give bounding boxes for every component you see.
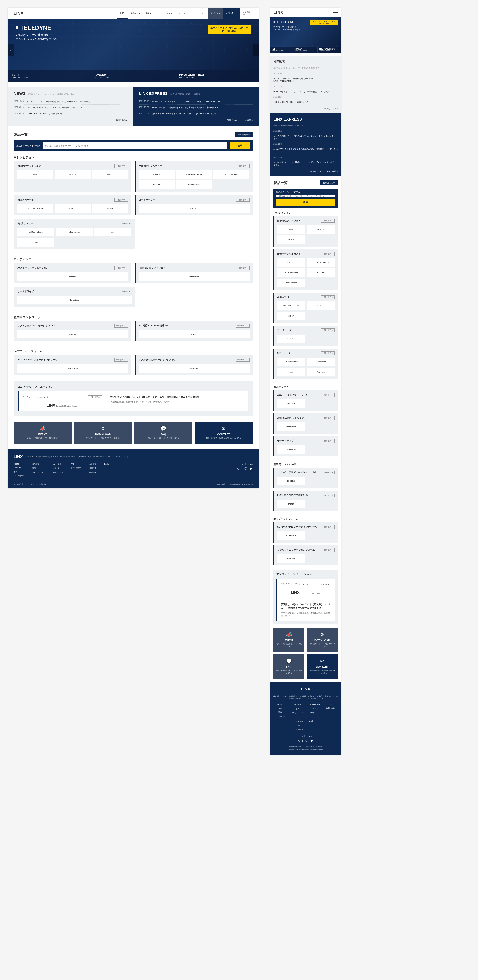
brand-logo[interactable]: CODESYS	[277, 477, 305, 485]
youtube-icon[interactable]: ▶	[250, 467, 253, 471]
footer-link[interactable]: 中途採用	[89, 471, 96, 474]
view-all-link[interactable]: 一覧を表示	[321, 416, 335, 420]
brand-logo[interactable]: LMI Technologies	[277, 358, 305, 366]
view-all-link[interactable]: 一覧を表示	[321, 328, 335, 332]
brand-logo[interactable]: chromasens	[307, 358, 335, 366]
hero-tile[interactable]: FLIRArea Scan Camera	[8, 70, 92, 81]
view-all-link[interactable]: 一覧を表示	[114, 324, 128, 328]
all-products-button[interactable]: 全製品を表示	[235, 132, 253, 137]
footer-link[interactable]: お問い合わせ	[326, 707, 337, 710]
hero-tile[interactable]: PHOTOMETRICSScientific Camera	[175, 70, 259, 81]
footer-link[interactable]: ダウンロード	[52, 471, 63, 474]
view-all-link[interactable]: 一覧を表示	[321, 352, 335, 355]
view-all-link[interactable]: 一覧を表示	[236, 324, 249, 328]
footer-link[interactable]: 中途採用	[296, 729, 303, 731]
footer-link[interactable]: HOME	[14, 463, 24, 465]
brand-logo[interactable]: Photoneo	[17, 238, 54, 247]
footer-link[interactable]: 製品情報	[32, 463, 44, 466]
brand-logo[interactable]: TELEDYNE DALSA	[17, 204, 53, 213]
footer-link[interactable]: 当パートナー	[52, 463, 63, 466]
footer-link[interactable]: 事例	[275, 711, 286, 714]
nav-products[interactable]: 製品情報 ▾	[128, 8, 143, 19]
brand-logo[interactable]: TELEDYNE DALSA	[307, 258, 335, 267]
brand-logo[interactable]: COPADATA	[277, 531, 305, 540]
youtube-icon[interactable]: ▶	[311, 739, 314, 743]
brand-logo[interactable]: ■■■	[277, 368, 305, 376]
view-all-link[interactable]: 一覧を表示	[118, 290, 132, 293]
footer-link[interactable]: English	[104, 463, 110, 465]
brand-logo[interactable]: COPADATA	[17, 364, 128, 372]
nav-corporate[interactable]: 企業情報	[243, 11, 250, 14]
brand-logo[interactable]: iRAYPLE	[277, 334, 305, 343]
footer-link[interactable]: HOME	[275, 703, 286, 705]
instagram-icon[interactable]: ◎	[245, 467, 248, 471]
brand-logo[interactable]: iRAYPLE	[277, 258, 305, 267]
cta-event[interactable]: 📣EVENTセミナーや講習会など イベント情報はこちら	[14, 422, 72, 444]
footer-link[interactable]: 会社情報	[89, 463, 96, 466]
mail-subscribe-link[interactable]: メール購読	[241, 119, 253, 121]
brand-logo[interactable]: TELEDYNE DALSA	[176, 170, 212, 179]
footer-link[interactable]: イベント	[310, 708, 320, 710]
footer-link[interactable]: お知らせ	[14, 466, 24, 469]
view-all-link[interactable]: 一覧を表示	[118, 222, 132, 225]
view-all-link[interactable]: 一覧を表示	[236, 266, 249, 270]
footer-logo[interactable]: LINX	[14, 455, 23, 459]
brand-logo[interactable]: BASLER	[307, 268, 335, 277]
footer-link[interactable]: お知らせ	[275, 707, 286, 710]
view-all-link[interactable]: 一覧を表示	[236, 198, 249, 202]
brand-logo[interactable]: iRAYPLE	[277, 399, 305, 408]
nav-events[interactable]: イベント ▾	[193, 8, 208, 19]
express-more-link[interactable]: 一覧はこちら	[225, 119, 238, 121]
brand-logo[interactable]: GINGA	[92, 204, 128, 213]
cta-event[interactable]: 📣EVENTセミナーや講習会など イベント情報はこちら	[273, 628, 305, 652]
nav-en[interactable]: EN	[243, 14, 250, 16]
view-all-link[interactable]: 一覧を表示	[321, 493, 335, 497]
brand-logo[interactable]: Synapticon	[277, 445, 305, 454]
brand-logo[interactable]: HALCON	[307, 225, 335, 234]
news-item[interactable]: 2022.10.05トレーニングウェビナー日程公開（22年12月-MERLIC/…	[14, 99, 127, 105]
brand-logo[interactable]: Sevensense	[139, 272, 249, 281]
view-all-link[interactable]: 一覧を表示	[321, 393, 335, 397]
footer-link[interactable]: English	[309, 720, 315, 722]
express-item[interactable]: 2022.10.12リンクスのエンベデッドビジョンソリューション 事例3：エッジ…	[139, 99, 253, 105]
cta-download[interactable]: ⚙DOWNLOADマニュアル・ドライバなど ダウンロードはこちら	[307, 628, 338, 652]
cta-faq[interactable]: 💬FAQ製品・サポートごと によくある質問はこちら	[273, 654, 305, 679]
search-input[interactable]	[43, 142, 227, 149]
brand-logo[interactable]: BASLER	[307, 301, 335, 310]
footer-link[interactable]: イベント	[52, 467, 63, 469]
brand-logo[interactable]: Sevensense	[277, 422, 305, 431]
logo[interactable]: LINX	[14, 11, 24, 16]
view-all-link[interactable]: 一覧を表示	[114, 358, 128, 362]
view-all-link[interactable]: 一覧を表示	[114, 266, 128, 270]
footer-link[interactable]: 事例	[32, 467, 44, 469]
brand-logo[interactable]: Photometrics	[176, 180, 212, 189]
footer-link[interactable]: FAQ	[326, 703, 337, 705]
brand-logo[interactable]: GINGA	[277, 312, 305, 320]
brand-logo[interactable]: KINEXON	[139, 364, 249, 372]
footer-link[interactable]: ソリューション	[291, 712, 304, 714]
nav-home[interactable]: HOME	[117, 8, 128, 19]
hero-tile[interactable]: DALSALine Scan Camera	[92, 70, 175, 81]
view-all-link[interactable]: 一覧を表示	[321, 525, 335, 529]
twitter-icon[interactable]: 𝕏	[298, 739, 300, 743]
view-all-link[interactable]: 一覧を表示	[321, 295, 335, 299]
view-all-link[interactable]: 一覧を表示	[114, 198, 128, 202]
brand-logo[interactable]: TELEDYNE FLIR	[277, 268, 305, 277]
view-all-link[interactable]: 一覧を表示	[114, 164, 128, 168]
footer-link[interactable]: 当パートナー	[310, 703, 320, 706]
footer-link[interactable]: FAQ	[71, 463, 81, 465]
news-item[interactable]: 2022.09.29HALCONライセンスダウンロードでエラーが発生する件につい…	[14, 105, 127, 111]
brand-logo[interactable]: TELEDYNE FLIR	[213, 170, 249, 179]
embed-viewall[interactable]: 一覧を表示	[88, 395, 102, 399]
brand-logo[interactable]: MVT	[17, 170, 53, 179]
view-all-link[interactable]: 一覧を表示	[321, 252, 335, 256]
express-item[interactable]: 2022.09.28あらゆるサーボモータを最適にチューニング！ Synaptic…	[139, 111, 253, 117]
view-all-link[interactable]: 一覧を表示	[236, 164, 249, 168]
brand-logo[interactable]: iRAYPLE	[139, 170, 175, 179]
view-all-link[interactable]: 一覧を表示	[321, 548, 335, 552]
brand-logo[interactable]: chromasens	[56, 228, 93, 236]
menu-icon[interactable]	[333, 11, 338, 14]
footer-link[interactable]: LINX Express	[14, 475, 24, 477]
brand-logo[interactable]: MERLIC	[92, 170, 128, 179]
footer-link[interactable]: LINX Express	[275, 715, 286, 717]
